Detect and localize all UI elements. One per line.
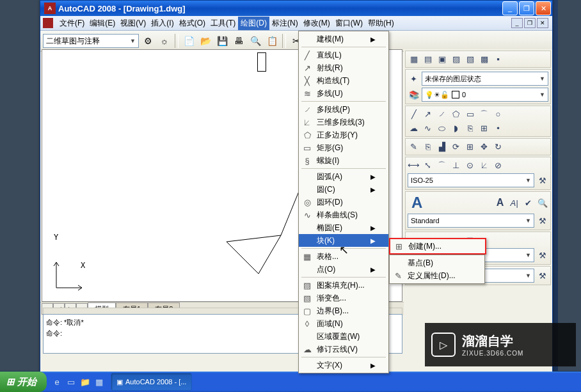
- circle-tool-icon[interactable]: ○: [492, 108, 504, 120]
- taskbar-autocad[interactable]: ▣ AutoCAD 2008 - [...: [111, 373, 192, 391]
- layer-combo[interactable]: 💡 ☀ 🔓 0 ▼: [422, 88, 548, 102]
- menu-format[interactable]: 格式(O): [177, 17, 208, 30]
- xline-tool-icon[interactable]: ↗: [422, 108, 434, 120]
- dbconnect-icon[interactable]: ▨: [450, 53, 462, 65]
- desktop-icon[interactable]: ▭: [65, 375, 77, 388]
- copy-tool-icon[interactable]: ⎘: [422, 141, 434, 153]
- save-icon[interactable]: 💾: [214, 33, 230, 49]
- move-tool-icon[interactable]: ✥: [478, 141, 490, 153]
- menu-rectangle[interactable]: ▭矩形(G): [299, 141, 388, 154]
- array-tool-icon[interactable]: ⊞: [464, 141, 476, 153]
- layer-manager-icon[interactable]: ✦: [408, 73, 420, 85]
- insert-tool-icon[interactable]: ⎘: [464, 122, 476, 134]
- submenu-make-block[interactable]: ⊞创建(M)...: [390, 239, 485, 253]
- arc-tool-icon[interactable]: ⌒: [478, 108, 490, 120]
- menu-ray[interactable]: ↗射线(R): [299, 61, 388, 74]
- arc-dim-icon[interactable]: ⌒: [436, 159, 448, 171]
- layers-icon[interactable]: 📚: [408, 89, 420, 101]
- folder-icon[interactable]: 📁: [79, 375, 92, 388]
- mleaderstyle-mgr-icon[interactable]: ⚒: [536, 249, 548, 262]
- mtext-icon[interactable]: A: [408, 194, 426, 212]
- revcloud-tool-icon[interactable]: ☁: [408, 122, 420, 134]
- open-icon[interactable]: 📂: [198, 33, 213, 49]
- menu-dimension[interactable]: 标注(N): [269, 17, 301, 30]
- find-icon[interactable]: 🔍: [536, 197, 548, 209]
- dtext-icon[interactable]: A: [494, 197, 506, 209]
- workspace-combo[interactable]: 二维草图与注释 ▼: [43, 34, 139, 48]
- new-icon[interactable]: 📄: [181, 33, 196, 49]
- offset-tool-icon[interactable]: ⟳: [450, 141, 462, 153]
- menu-helix[interactable]: §螺旋(I): [299, 154, 388, 167]
- textstyle-combo[interactable]: Standard▼: [408, 214, 534, 228]
- edit-text-icon[interactable]: A|: [508, 197, 520, 209]
- menu-tools[interactable]: 工具(T): [208, 17, 238, 30]
- point-tool-icon[interactable]: •: [492, 122, 504, 134]
- layer-state-combo[interactable]: 未保存的图层状态▼: [422, 72, 548, 86]
- ellipsearc-tool-icon[interactable]: ◗: [450, 122, 462, 134]
- submenu-attdef[interactable]: ✎定义属性(D)...: [390, 269, 484, 282]
- menu-hatch[interactable]: ▨图案填充(H)...: [299, 279, 388, 292]
- menu-draw[interactable]: 绘图(D): [238, 17, 269, 30]
- dimstyle-mgr-icon[interactable]: ⚒: [536, 175, 548, 187]
- rotate-tool-icon[interactable]: ↻: [492, 141, 504, 153]
- maximize-button[interactable]: ❐: [519, 1, 534, 15]
- erase-tool-icon[interactable]: ✎: [408, 141, 420, 153]
- ordinate-dim-icon[interactable]: ⊥: [450, 159, 462, 171]
- block-tool-icon[interactable]: ⊞: [478, 122, 490, 134]
- rect-tool-icon[interactable]: ▭: [464, 108, 476, 120]
- diameter-dim-icon[interactable]: ⊘: [492, 159, 504, 171]
- properties-icon[interactable]: ▣: [436, 53, 448, 65]
- menu-gradient[interactable]: ▧渐变色...: [299, 292, 388, 304]
- pline-tool-icon[interactable]: ⟋: [436, 108, 448, 120]
- polygon-tool-icon[interactable]: ⬠: [450, 108, 462, 120]
- app-menu-icon[interactable]: [43, 18, 53, 28]
- menu-arc[interactable]: 圆弧(A)▶: [299, 170, 388, 183]
- preview-icon[interactable]: 🔍: [248, 33, 263, 49]
- start-button[interactable]: ⊞ 开始: [0, 372, 47, 392]
- menu-text[interactable]: 文字(X)▶: [299, 359, 388, 372]
- ellipse-tool-icon[interactable]: ⬭: [436, 122, 448, 134]
- menu-polygon[interactable]: ⬠正多边形(Y): [299, 129, 388, 141]
- toolpalette-icon[interactable]: ▤: [422, 53, 434, 65]
- menu-circle[interactable]: 圆(C)▶: [299, 183, 388, 196]
- menu-table[interactable]: ▦表格...: [299, 250, 388, 263]
- menu-window[interactable]: 窗口(W): [333, 17, 365, 30]
- close-button[interactable]: ✕: [536, 1, 551, 15]
- mdi-restore-button[interactable]: ❐: [524, 18, 536, 28]
- minimize-button[interactable]: _: [502, 1, 518, 15]
- sun-icon[interactable]: ☼: [157, 33, 172, 49]
- radius-dim-icon[interactable]: ⊙: [464, 159, 476, 171]
- menu-point[interactable]: 点(O)▶: [299, 263, 388, 276]
- sheetset-icon[interactable]: ▦: [408, 53, 420, 65]
- markup-icon[interactable]: ▧: [464, 53, 476, 65]
- submenu-base[interactable]: 基点(B): [390, 256, 484, 269]
- menu-pline[interactable]: ⟋多段线(P): [299, 103, 388, 116]
- publish-icon[interactable]: 📋: [264, 33, 280, 49]
- aligned-dim-icon[interactable]: ⤡: [422, 159, 434, 171]
- line-tool-icon[interactable]: ╱: [408, 108, 420, 120]
- dimstyle-combo[interactable]: ISO-25▼: [408, 173, 534, 187]
- menu-boundary[interactable]: ▢边界(B)...: [299, 304, 388, 317]
- menu-edit[interactable]: 编辑(E): [87, 17, 118, 30]
- spline-tool-icon[interactable]: ∿: [422, 122, 434, 134]
- menu-donut[interactable]: ◎圆环(D): [299, 196, 388, 208]
- menu-revcloud[interactable]: ☁修订云线(V): [299, 343, 388, 356]
- menu-3dpoly[interactable]: ⟀三维多段线(3): [299, 116, 388, 129]
- tablestyle-mgr-icon[interactable]: ⚒: [536, 270, 548, 282]
- mdi-minimize-button[interactable]: _: [511, 18, 523, 28]
- menu-modify[interactable]: 修改(M): [301, 17, 333, 30]
- menu-file[interactable]: 文件(F): [57, 17, 87, 30]
- menu-line[interactable]: ╱直线(L): [299, 49, 388, 61]
- ie-icon[interactable]: e: [51, 375, 63, 388]
- cmd-icon[interactable]: ▪: [492, 53, 504, 65]
- menu-ellipse[interactable]: 椭圆(E)▶: [299, 221, 388, 234]
- menu-help[interactable]: 帮助(H): [365, 17, 397, 30]
- linear-dim-icon[interactable]: ⟷: [408, 159, 420, 171]
- menu-block[interactable]: 块(K)▶: [299, 234, 388, 247]
- textstyle-mgr-icon[interactable]: ⚒: [536, 215, 548, 227]
- mirror-tool-icon[interactable]: ▟: [436, 141, 448, 153]
- print-icon[interactable]: 🖶: [231, 33, 246, 49]
- spell-icon[interactable]: ✔: [522, 197, 534, 209]
- menu-insert[interactable]: 插入(I): [148, 17, 176, 30]
- app-ql-icon[interactable]: ▦: [93, 375, 106, 388]
